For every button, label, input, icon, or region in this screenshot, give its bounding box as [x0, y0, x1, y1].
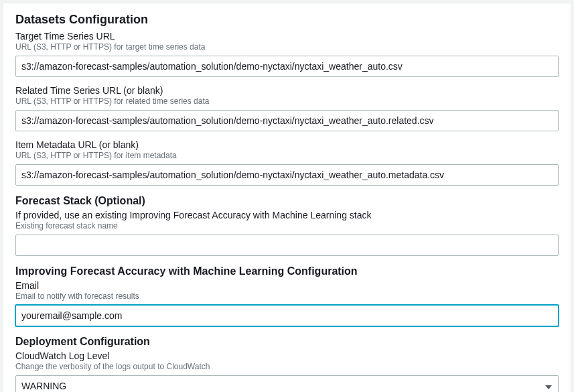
- email-helper: Email to notify with forecast results: [15, 291, 559, 301]
- forecast-stack-subtitle: If provided, use an existing Improving F…: [15, 210, 559, 220]
- deployment-title: Deployment Configuration: [15, 336, 559, 348]
- target-url-label: Target Time Series URL: [15, 31, 559, 42]
- forecast-stack-helper: Existing forecast stack name: [15, 221, 559, 231]
- metadata-url-label: Item Metadata URL (or blank): [15, 139, 559, 150]
- email-input[interactable]: [15, 305, 559, 326]
- metadata-url-helper: URL (S3, HTTP or HTTPS) for item metadat…: [15, 151, 559, 160]
- loglevel-select-wrap: WARNING: [15, 375, 559, 392]
- loglevel-label: CloudWatch Log Level: [15, 350, 559, 361]
- loglevel-select[interactable]: WARNING: [15, 375, 559, 392]
- loglevel-helper: Change the verbosity of the logs output …: [15, 362, 559, 371]
- target-url-helper: URL (S3, HTTP or HTTPS) for target time …: [15, 42, 559, 52]
- related-url-helper: URL (S3, HTTP or HTTPS) for related time…: [15, 96, 559, 106]
- forecast-stack-input[interactable]: [15, 235, 559, 256]
- email-label: Email: [15, 280, 559, 291]
- related-url-input[interactable]: [15, 110, 559, 131]
- datasets-section-title: Datasets Configuration: [15, 13, 559, 27]
- config-form-panel: Datasets Configuration Target Time Serie…: [3, 3, 571, 392]
- related-url-label: Related Time Series URL (or blank): [15, 85, 559, 96]
- forecast-stack-title: Forecast Stack (Optional): [15, 195, 559, 207]
- ml-config-title: Improving Forecast Accuracy with Machine…: [15, 265, 559, 277]
- target-url-input[interactable]: [15, 56, 559, 77]
- metadata-url-input[interactable]: [15, 164, 559, 186]
